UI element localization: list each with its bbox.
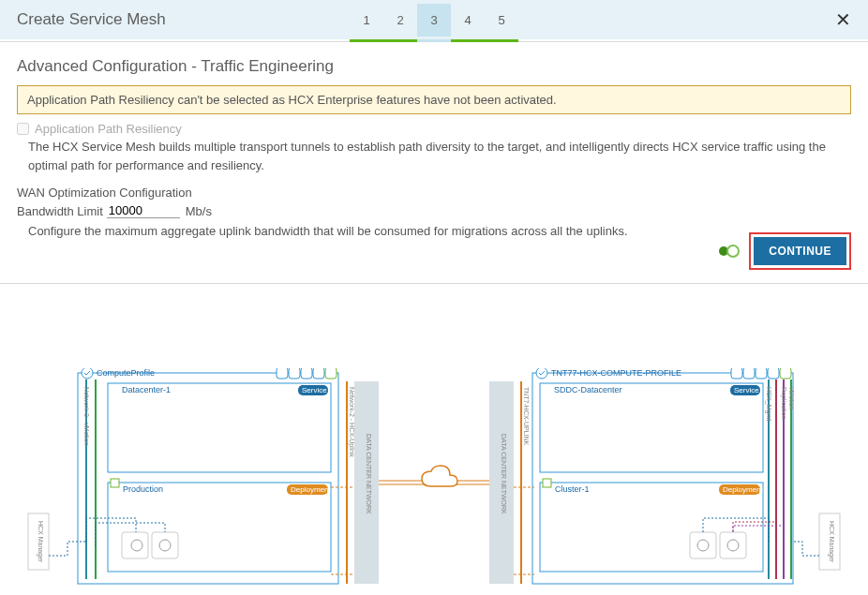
left-vbox-label: DATA CENTER NETWORK: [366, 434, 372, 514]
bandwidth-unit: Mb/s: [186, 204, 212, 218]
wan-config-title: WAN Optimization Configuration: [17, 186, 851, 200]
svg-rect-36: [540, 383, 763, 472]
wizard-step-2[interactable]: 2: [383, 4, 417, 37]
svg-rect-13: [152, 532, 178, 558]
left-uplink-label: Network-2 - HCX-Uplink: [348, 387, 355, 457]
wizard-step-1[interactable]: 1: [350, 4, 383, 37]
svg-rect-29: [532, 373, 793, 584]
topology-diagram: ComputeProfile Datacenter-1 Service Prod…: [0, 284, 868, 595]
svg-rect-2: [277, 368, 288, 379]
left-manager-label: HCX Manager: [37, 521, 44, 563]
svg-rect-31: [731, 368, 742, 379]
svg-rect-41: [690, 532, 716, 558]
right-compute-profile: TNT77-HCX-COMPUTE-PROFILE SDDC-Datacente…: [532, 368, 795, 584]
right-net-1: HCX_Mgmt: [765, 387, 772, 421]
svg-rect-33: [756, 368, 767, 379]
right-profile-label: TNT77-HCX-COMPUTE-PROFILE: [551, 368, 681, 378]
left-datacenter-label: Datacenter-1: [122, 385, 171, 394]
svg-rect-32: [743, 368, 755, 379]
right-net-2: Replication: [780, 387, 787, 420]
wizard-step-3[interactable]: 3: [417, 4, 451, 37]
left-service-tag: Service: [302, 386, 327, 394]
wizard-step-4[interactable]: 4: [451, 4, 485, 37]
apr-checkbox-row: Application Path Resiliency: [17, 122, 851, 136]
right-cluster-label: Cluster-1: [555, 484, 590, 494]
wizard-progress: [350, 39, 518, 42]
right-uplink-label: TNT7-HCX-UPLINK: [523, 387, 530, 446]
bandwidth-input[interactable]: [107, 203, 180, 218]
status-dot-outline: [726, 245, 740, 258]
wizard-steps: 1 2 3 4 5: [350, 0, 518, 39]
svg-rect-5: [313, 368, 324, 379]
bandwidth-row: Bandwidth Limit Mb/s: [17, 203, 851, 218]
apr-label: Application Path Resiliency: [35, 122, 182, 136]
continue-highlight: CONTINUE: [749, 232, 851, 270]
svg-rect-3: [289, 368, 300, 379]
svg-rect-34: [768, 368, 779, 379]
apr-description: The HCX Service Mesh builds multiple tra…: [28, 138, 851, 174]
left-deploy-tag: Deployment: [291, 485, 331, 494]
right-datacenter-label: SDDC-Datacenter: [554, 385, 622, 394]
section-heading: Advanced Configuration - Traffic Enginee…: [17, 57, 851, 76]
right-service-tag: Service: [734, 386, 759, 394]
svg-rect-10: [111, 479, 119, 487]
svg-rect-12: [122, 532, 148, 558]
cloud-icon: [422, 466, 457, 486]
warning-banner: Application Path Resiliency can't be sel…: [17, 85, 851, 114]
content-area: Advanced Configuration - Traffic Enginee…: [0, 42, 868, 253]
left-net-0: Network-3 - vMotion: [83, 387, 90, 446]
wizard-title: Create Service Mesh: [17, 10, 166, 29]
right-manager-label: HCX Manager: [828, 521, 835, 563]
apr-checkbox: [17, 123, 29, 135]
status-indicator: [719, 245, 740, 258]
continue-button[interactable]: CONTINUE: [754, 237, 846, 265]
svg-rect-7: [108, 383, 331, 472]
right-net-3: vMotion: [788, 387, 795, 410]
left-compute-profile: ComputeProfile Datacenter-1 Service Prod…: [78, 368, 338, 584]
svg-rect-35: [780, 368, 791, 379]
svg-rect-42: [720, 532, 746, 558]
svg-rect-39: [543, 479, 551, 487]
wizard-header: Create Service Mesh 1 2 3 4 5 ✕: [0, 0, 868, 39]
left-cluster-label: Production: [123, 484, 163, 494]
svg-rect-4: [301, 368, 312, 379]
right-deploy-tag: Deployment: [723, 485, 763, 494]
svg-rect-6: [325, 368, 337, 379]
right-vbox-label: DATA CENTER NETWORK: [501, 434, 507, 514]
left-profile-label: ComputeProfile: [97, 368, 155, 378]
action-row: CONTINUE: [0, 232, 868, 284]
wizard-step-5[interactable]: 5: [485, 4, 518, 37]
bandwidth-label: Bandwidth Limit: [17, 204, 103, 218]
close-icon[interactable]: ✕: [835, 8, 851, 31]
